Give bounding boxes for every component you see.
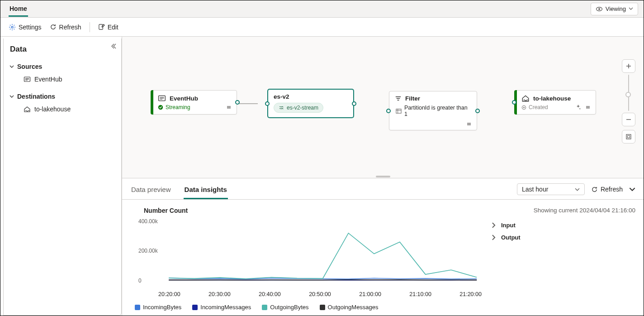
status-ok-icon — [158, 105, 163, 110]
tree-destinations-label: Destinations — [17, 93, 55, 100]
svg-point-9 — [523, 106, 525, 108]
tree-item-eventhub[interactable]: EventHub — [8, 73, 117, 86]
node-stream[interactable]: es-v2 es-v2-stream — [268, 89, 354, 118]
more-icon[interactable] — [466, 121, 472, 127]
more-icon[interactable] — [585, 104, 591, 110]
insights-body: Number Count 400.00k 200.00k 0 20:20:002… — [122, 200, 644, 316]
svg-point-1 — [598, 8, 600, 10]
x-ticks: 20:20:0020:30:0020:40:0020:50:0021:00:00… — [158, 291, 482, 297]
node-destination[interactable]: to-lakehouse Created — [515, 90, 596, 115]
chevron-down-icon — [9, 64, 14, 69]
stream-icon — [279, 105, 284, 110]
chevron-down-icon — [629, 5, 633, 12]
insights-panel: Data preview Data insights Last hour — [122, 178, 644, 316]
stream-pill[interactable]: es-v2-stream — [274, 103, 323, 113]
node-title: EventHub — [170, 95, 198, 102]
chevron-down-icon[interactable] — [629, 186, 635, 192]
legend-outgoing-messages[interactable]: OutgoingMessages — [320, 304, 379, 311]
insights-header: Data preview Data insights Last hour — [122, 178, 644, 200]
settings-label: Settings — [19, 24, 42, 31]
tree-item-label: EventHub — [34, 76, 62, 83]
x-tick: 20:40:00 — [259, 291, 281, 297]
port-in[interactable] — [265, 101, 270, 106]
y-tick: 200.00k — [138, 248, 158, 254]
collapse-panel-icon[interactable] — [110, 43, 117, 51]
gear-icon — [9, 24, 16, 31]
legend-incoming-messages[interactable]: IncomingMessages — [192, 304, 251, 311]
toolbar-separator — [90, 22, 90, 32]
node-status: Streaming — [166, 104, 190, 110]
eye-icon — [596, 5, 603, 13]
port-out[interactable] — [475, 109, 480, 113]
chart-legend: IncomingBytes IncomingMessages OutgoingB… — [135, 304, 482, 311]
node-title: to-lakehouse — [533, 95, 571, 102]
sparkle-icon[interactable] — [575, 104, 581, 110]
showing-timestamp: Showing current 2024/04/04 21:16:00 — [491, 207, 635, 214]
refresh-label: Refresh — [59, 24, 81, 31]
tab-home[interactable]: Home — [9, 1, 28, 17]
chevron-down-icon — [575, 187, 580, 192]
x-tick: 21:20:00 — [459, 291, 482, 297]
zoom-controls — [622, 59, 635, 144]
right-area: EventHub Streaming — [122, 37, 644, 316]
title-bar: Home Viewing — [0, 0, 644, 18]
x-tick: 20:20:00 — [158, 291, 180, 297]
mode-label: Viewing — [606, 5, 626, 12]
edit-button[interactable]: Edit — [98, 24, 118, 31]
filter-detail-text: PartitionId is greater than 1 — [404, 105, 472, 117]
body: Data Sources EventHub Destinations — [0, 37, 644, 316]
insights-refresh-label: Refresh — [601, 186, 623, 193]
zoom-out-button[interactable] — [622, 113, 635, 126]
panel-title: Data — [10, 45, 117, 54]
status-dot-icon — [521, 105, 526, 110]
tab-data-preview[interactable]: Data preview — [130, 182, 172, 199]
left-panel: Data Sources EventHub Destinations — [3, 38, 122, 316]
node-title: Filter — [405, 95, 420, 102]
tree-sources-header[interactable]: Sources — [8, 60, 117, 73]
legend-outgoing-bytes[interactable]: OutgoingBytes — [262, 304, 308, 311]
flow-canvas[interactable]: EventHub Streaming — [122, 37, 644, 175]
zoom-slider-knob[interactable] — [625, 92, 631, 97]
tree-sources-label: Sources — [17, 63, 42, 70]
x-tick: 20:50:00 — [309, 291, 331, 297]
edit-icon — [98, 24, 105, 30]
zoom-fit-button[interactable] — [622, 130, 635, 144]
port-in[interactable] — [386, 109, 391, 113]
settings-button[interactable]: Settings — [9, 24, 42, 31]
port-out[interactable] — [352, 101, 356, 106]
zoom-slider[interactable] — [628, 75, 629, 111]
x-tick: 21:00:00 — [359, 291, 381, 297]
more-icon[interactable] — [226, 104, 232, 110]
eventhub-icon — [158, 94, 166, 102]
time-range-select[interactable]: Last hour — [517, 183, 585, 195]
mode-selector[interactable]: Viewing — [591, 3, 638, 15]
filter-icon — [395, 95, 402, 102]
tab-data-insights[interactable]: Data insights — [184, 182, 228, 199]
port-out[interactable] — [235, 100, 240, 105]
node-status: Created — [529, 104, 548, 110]
insights-refresh-button[interactable]: Refresh — [591, 186, 623, 193]
tree-item-to-lakehouse[interactable]: to-lakehouse — [8, 103, 117, 115]
legend-incoming-bytes[interactable]: IncomingBytes — [135, 304, 181, 311]
node-filter[interactable]: Filter PartitionId is greater than 1 — [389, 91, 477, 130]
chevron-down-icon — [9, 94, 14, 99]
x-tick: 20:30:00 — [208, 291, 231, 297]
time-range-label: Last hour — [522, 186, 548, 193]
chart-svg — [138, 217, 482, 289]
refresh-button[interactable]: Refresh — [50, 24, 81, 31]
stream-pill-label: es-v2-stream — [287, 105, 318, 111]
port-in[interactable] — [512, 100, 516, 105]
chart-area: Number Count 400.00k 200.00k 0 20:20:002… — [130, 207, 482, 312]
accordion-output[interactable]: Output — [491, 231, 635, 244]
lakehouse-icon — [521, 94, 530, 102]
refresh-icon — [591, 186, 598, 193]
svg-point-2 — [11, 26, 13, 28]
tree-destinations-header[interactable]: Destinations — [8, 90, 117, 103]
refresh-icon — [50, 24, 57, 30]
node-title: es-v2 — [274, 93, 289, 100]
node-eventhub[interactable]: EventHub Streaming — [151, 90, 237, 115]
svg-rect-11 — [628, 136, 630, 138]
lakehouse-icon — [24, 105, 31, 113]
accordion-input[interactable]: Input — [491, 219, 635, 231]
zoom-in-button[interactable] — [622, 59, 635, 73]
